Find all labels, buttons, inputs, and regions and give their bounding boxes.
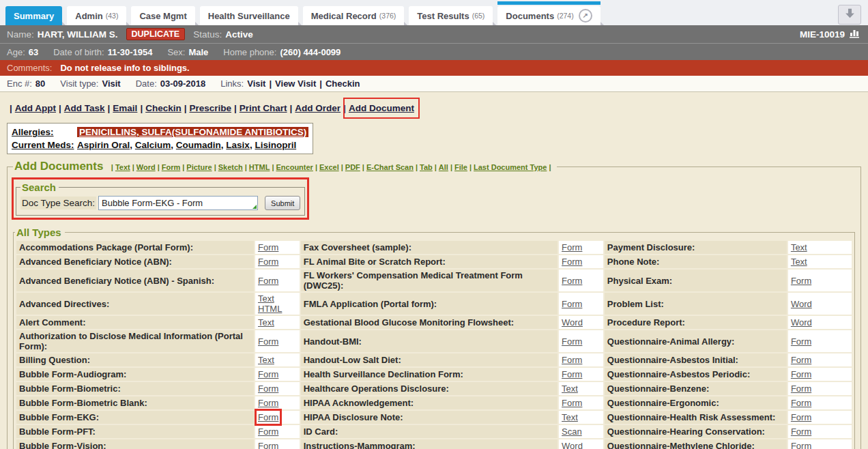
doc-type-label: Bubble Form-EKG: — [16, 411, 254, 424]
allergy-value-link[interactable]: PENICILLINS, SULFA(SULFONAMIDE ANTIBIOTI… — [77, 127, 308, 137]
comments-bar: Comments: Do not release info to sibling… — [0, 60, 868, 76]
doc-type-link-e-chart-scan[interactable]: E-Chart Scan — [366, 163, 414, 171]
doc-link-form[interactable]: Form — [258, 426, 278, 437]
add-task-link[interactable]: Add Task — [64, 103, 105, 113]
doc-link-text[interactable]: Text — [258, 355, 274, 365]
email-link[interactable]: Email — [113, 103, 137, 113]
doc-type-label: Instructions-Mammogram: — [301, 439, 558, 449]
doc-type-link-tab[interactable]: Tab — [420, 163, 433, 171]
doc-link-word[interactable]: Word — [791, 299, 812, 309]
bar-chart-icon[interactable] — [850, 28, 861, 40]
doc-type-link-picture[interactable]: Picture — [186, 163, 212, 171]
tab-medical-record[interactable]: Medical Record(376) — [303, 6, 405, 25]
med-link-lasix[interactable]: Lasix — [226, 140, 250, 150]
separator: | — [290, 103, 293, 113]
doc-link-form[interactable]: Form — [258, 412, 278, 422]
doc-type-link-sketch[interactable]: Sketch — [218, 163, 243, 171]
doc-link-scan[interactable]: Scan — [562, 426, 582, 437]
doc-type-label: Gestational Blood Glucose Monitoring Flo… — [301, 316, 558, 329]
doc-link-form[interactable]: Form — [258, 276, 278, 286]
doc-type-label: Fax Coversheet (sample): — [301, 241, 558, 254]
doc-link-form[interactable]: Form — [258, 398, 278, 408]
doc-type-label: Advanced Directives: — [16, 293, 254, 315]
doc-link-form[interactable]: Form — [791, 383, 811, 394]
doc-link-form[interactable]: Form — [562, 299, 582, 309]
doc-link-text[interactable]: Text — [258, 317, 274, 328]
doc-type-search-input[interactable] — [98, 196, 258, 210]
doc-link-form[interactable]: Form — [258, 257, 278, 267]
doc-link-form[interactable]: Form — [258, 336, 278, 347]
checkin-link[interactable]: Checkin — [145, 103, 182, 113]
encounter-link-visit[interactable]: Visit — [247, 78, 265, 89]
doc-link-form[interactable]: Form — [562, 355, 582, 365]
doc-link-text[interactable]: Text — [562, 412, 578, 422]
doc-link-text[interactable]: Text — [791, 242, 807, 252]
add-document-link[interactable]: Add Document — [349, 103, 414, 113]
separator: | — [59, 103, 61, 113]
submit-button[interactable]: Submit — [265, 196, 300, 210]
add-order-link[interactable]: Add Order — [295, 103, 341, 113]
doc-type-label: Authorization to Disclose Medical Inform… — [16, 330, 254, 352]
doc-link-form[interactable]: Form — [258, 441, 278, 449]
doc-link-form[interactable]: Form — [791, 398, 811, 408]
doc-type-link-file[interactable]: File — [454, 163, 467, 171]
med-link-lisinopril[interactable]: Lisinopril — [255, 140, 296, 150]
doc-link-form[interactable]: Form — [562, 276, 582, 286]
doc-type-link-excel[interactable]: Excel — [319, 163, 339, 171]
doc-link-form[interactable]: Form — [562, 369, 582, 379]
tab-health-surveillance[interactable]: Health Surveillance — [200, 6, 298, 25]
tab-test-results[interactable]: Test Results(65) — [409, 6, 493, 25]
doc-link-text[interactable]: Text — [258, 293, 274, 304]
med-link-aspirin-oral[interactable]: Aspirin Oral — [77, 140, 130, 150]
doc-link-form[interactable]: Form — [562, 242, 582, 252]
doc-link-form[interactable]: Form — [791, 355, 811, 365]
tab-documents[interactable]: Documents(274)↗ — [497, 6, 600, 25]
doc-type-link-all[interactable]: All — [439, 163, 448, 171]
doc-link-form[interactable]: Form — [791, 276, 811, 286]
collapse-header-button[interactable] — [838, 5, 861, 25]
tab-summary[interactable]: Summary — [5, 6, 62, 25]
doc-type-link-cell: Form — [559, 396, 603, 409]
doc-type-link-form[interactable]: Form — [162, 163, 181, 171]
duplicate-badge: DUPLICATE — [126, 28, 186, 40]
doc-type-link-text[interactable]: Text — [115, 163, 130, 171]
doc-link-text[interactable]: Text — [562, 383, 578, 394]
doc-link-text[interactable]: Text — [791, 257, 807, 267]
doc-type-link-html[interactable]: HTML — [249, 163, 270, 171]
doc-link-word[interactable]: Word — [791, 317, 812, 328]
doc-link-form[interactable]: Form — [258, 242, 278, 252]
external-link-icon[interactable]: ↗ — [579, 9, 592, 23]
doc-link-word[interactable]: Word — [562, 441, 583, 449]
doc-type-link-encounter[interactable]: Encounter — [276, 163, 313, 171]
doc-link-form[interactable]: Form — [562, 398, 582, 408]
doc-link-form[interactable]: Form — [258, 383, 278, 394]
doc-link-form[interactable]: Form — [791, 426, 811, 437]
current-meds-link[interactable]: Current Meds: — [12, 140, 74, 150]
doc-link-form[interactable]: Form — [791, 369, 811, 379]
doc-link-word[interactable]: Word — [562, 317, 583, 328]
doc-link-form[interactable]: Form — [791, 336, 811, 347]
doc-link-form[interactable]: Form — [562, 257, 582, 267]
doc-type-label: Questionnaire-Health Risk Assessment: — [605, 411, 787, 424]
doc-link-form[interactable]: Form — [791, 441, 811, 449]
doc-link-form[interactable]: Form — [562, 336, 582, 347]
tab-case-mgmt[interactable]: Case Mgmt — [131, 6, 194, 25]
allergies-link[interactable]: Allergies: — [12, 127, 54, 137]
doc-type-link-pdf[interactable]: PDF — [345, 163, 360, 171]
doc-link-form[interactable]: Form — [791, 412, 811, 422]
doc-type-link-word[interactable]: Word — [136, 163, 156, 171]
add-documents-header: Add Documents |Text|Word|Form|Picture|Sk… — [13, 160, 557, 173]
tab-admin[interactable]: Admin(43) — [67, 6, 126, 25]
med-link-coumadin[interactable]: Coumadin — [176, 140, 221, 150]
doc-type-label: Advanced Beneficiary Notice (ABN): — [16, 255, 254, 268]
prescribe-link[interactable]: Prescribe — [189, 103, 231, 113]
all-types-fieldset: All Types Accommodations Package (Portal… — [13, 227, 855, 449]
encounter-link-view-visit[interactable]: View Visit — [275, 78, 316, 89]
encounter-link-checkin[interactable]: Checkin — [326, 78, 360, 89]
doc-link-form[interactable]: Form — [258, 369, 278, 379]
doc-link-html[interactable]: HTML — [258, 304, 282, 314]
add-appt-link[interactable]: Add Appt — [15, 103, 56, 113]
med-link-calcium[interactable]: Calcium — [135, 140, 171, 150]
doc-type-link-last-document-type[interactable]: Last Document Type — [474, 163, 547, 171]
print-chart-link[interactable]: Print Chart — [240, 103, 287, 113]
